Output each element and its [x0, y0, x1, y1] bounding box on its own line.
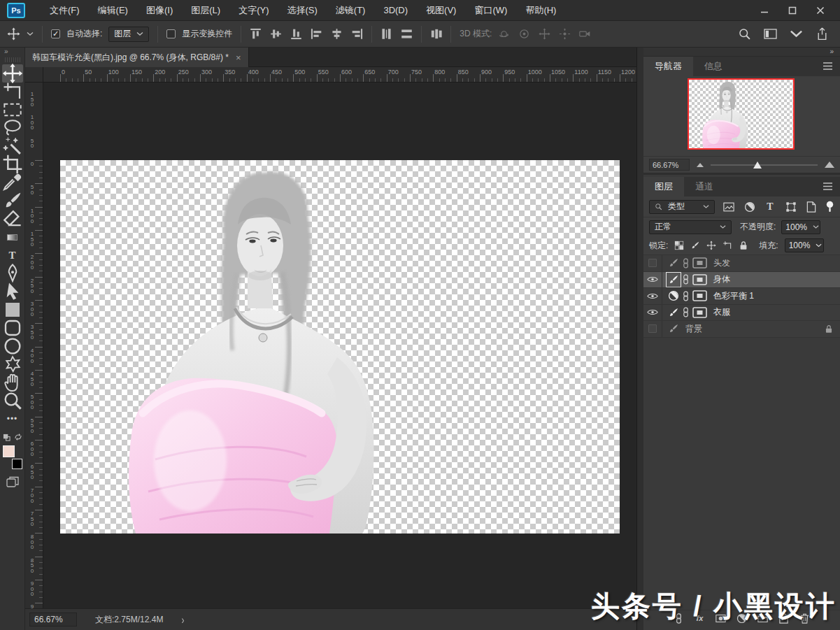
menu-item[interactable]: 图像(I) [137, 0, 182, 21]
align-bottom-icon[interactable] [290, 28, 302, 40]
tool-gradient[interactable] [2, 228, 23, 246]
layer-row[interactable]: 色彩平衡 1 [643, 288, 840, 305]
visibility-toggle[interactable] [643, 288, 662, 304]
tool-rounded-rect[interactable] [2, 319, 23, 337]
collapse-panels-button[interactable]: » [643, 48, 840, 57]
panel-menu-icon[interactable] [823, 182, 833, 191]
menu-item[interactable]: 文件(F) [41, 0, 89, 21]
foreground-color-swatch[interactable] [3, 445, 15, 457]
tool-zoom[interactable] [2, 392, 23, 410]
layer-mask-thumbnail[interactable] [692, 307, 707, 318]
swap-colors-icon[interactable] [14, 433, 22, 441]
opacity-dropdown[interactable]: 100% [781, 220, 820, 234]
menu-item[interactable]: 视图(V) [417, 0, 465, 21]
panel-dock-edge[interactable] [636, 48, 643, 630]
tab-close-icon[interactable]: × [236, 52, 241, 63]
brush-lock-icon[interactable] [690, 241, 700, 250]
tab-info[interactable]: 信息 [693, 57, 734, 76]
navigator-zoom-slider[interactable] [711, 160, 818, 170]
tool-rectangle[interactable] [2, 301, 23, 319]
visibility-toggle[interactable] [643, 272, 662, 288]
auto-select-checkbox[interactable] [51, 29, 60, 38]
background-color-swatch[interactable] [12, 459, 22, 469]
maximize-button[interactable] [778, 0, 806, 21]
menu-item[interactable]: 窗口(W) [465, 0, 516, 21]
canvas-viewport[interactable] [43, 83, 636, 608]
status-zoom-field[interactable]: 66.67% [29, 613, 77, 627]
tab-navigator[interactable]: 导航器 [643, 57, 693, 76]
filter-pixel-icon[interactable] [723, 201, 734, 213]
layer-name[interactable]: 衣服 [713, 306, 730, 318]
filter-adjust-icon[interactable] [744, 201, 755, 213]
zoom-out-icon[interactable] [697, 163, 704, 167]
tool-custom-shape[interactable] [2, 355, 23, 373]
filter-smart-icon[interactable] [806, 201, 817, 213]
layer-thumbnail-brush-thumb[interactable] [668, 307, 679, 318]
screen-mode-icon[interactable] [6, 476, 19, 487]
tool-crop[interactable] [2, 155, 23, 173]
zoom-in-icon[interactable] [825, 162, 834, 168]
menu-item[interactable]: 文字(Y) [229, 0, 278, 21]
align-top-icon[interactable] [250, 28, 262, 40]
checker-lock-icon[interactable] [674, 241, 684, 250]
toolbar-grip[interactable] [5, 57, 20, 62]
tool-type[interactable]: T [2, 246, 23, 264]
layer-thumbnail-brush-thumb[interactable] [668, 274, 679, 285]
layer-mask-thumbnail[interactable] [692, 274, 707, 285]
menu-item[interactable]: 选择(S) [278, 0, 326, 21]
auto-select-target-dropdown[interactable]: 图层 [108, 27, 149, 42]
status-chevron-icon[interactable]: › [181, 613, 184, 627]
layer-mask-thumbnail[interactable] [692, 290, 707, 301]
blend-mode-dropdown[interactable]: 正常 [649, 220, 732, 234]
default-swap-colors[interactable] [3, 432, 22, 442]
layer-thumbnail-brush-thumb[interactable] [668, 323, 679, 334]
default-colors-icon[interactable] [3, 434, 10, 441]
tool-pen[interactable] [2, 264, 23, 282]
navigator-thumbnail[interactable] [688, 78, 795, 150]
align-right-icon[interactable] [351, 28, 363, 40]
align-middle-v-icon[interactable] [270, 28, 282, 40]
workspace-icon[interactable] [764, 27, 777, 41]
minimize-button[interactable] [750, 0, 778, 21]
tool-eyedropper[interactable] [2, 173, 23, 192]
tool-eraser[interactable] [2, 210, 23, 228]
align-center-h-icon[interactable] [331, 28, 343, 40]
tool-artboard[interactable] [2, 83, 23, 101]
toolbar-expand-button[interactable]: » [0, 48, 24, 57]
visibility-toggle[interactable] [643, 305, 662, 321]
show-transform-checkbox[interactable] [166, 29, 176, 38]
tool-marquee[interactable] [2, 101, 23, 119]
tool-ellipsis[interactable]: ••• [2, 410, 23, 428]
share-icon[interactable] [816, 27, 829, 41]
move-lock-icon[interactable] [706, 241, 716, 250]
panel-menu-icon[interactable] [823, 62, 833, 71]
layer-thumbnail-adjustment[interactable] [668, 290, 679, 301]
align-left-icon[interactable] [311, 28, 322, 40]
layer-name[interactable]: 色彩平衡 1 [713, 290, 754, 302]
tool-direct-select[interactable] [2, 282, 23, 301]
chevron-down-icon[interactable] [27, 28, 34, 40]
dist-space-icon[interactable] [430, 28, 442, 40]
layer-name[interactable]: 身体 [713, 273, 730, 285]
tool-move[interactable] [2, 64, 23, 83]
tool-brush[interactable] [2, 192, 23, 210]
canvas-transparent-checkerboard[interactable] [60, 160, 620, 534]
layer-row[interactable]: 身体 [643, 272, 840, 289]
menu-item[interactable]: 滤镜(T) [327, 0, 375, 21]
tab-channels[interactable]: 通道 [684, 177, 725, 196]
filter-type-icon[interactable]: T [764, 201, 776, 213]
visibility-toggle[interactable] [643, 321, 662, 337]
filter-pin-icon[interactable] [825, 201, 834, 213]
layer-row[interactable]: 头发 [643, 255, 840, 272]
close-button[interactable] [806, 0, 834, 21]
layer-mask-thumbnail[interactable] [692, 257, 707, 269]
tool-lasso[interactable] [2, 119, 23, 137]
padlock-icon[interactable] [739, 241, 748, 250]
navigator-zoom-field[interactable]: 66.67% [649, 159, 690, 171]
fill-dropdown[interactable]: 100% [785, 238, 824, 252]
menu-item[interactable]: 3D(D) [374, 0, 417, 21]
menu-item[interactable]: 图层(L) [182, 0, 229, 21]
artboard-lock-icon[interactable] [722, 241, 732, 250]
tool-ellipse[interactable] [2, 337, 23, 355]
visibility-toggle[interactable] [643, 255, 662, 271]
